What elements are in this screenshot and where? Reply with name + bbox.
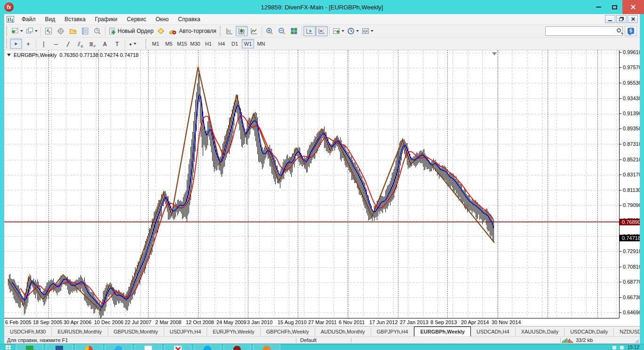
toolbar-grip[interactable] — [6, 39, 8, 48]
price-plot[interactable] — [4, 50, 620, 318]
menu-item[interactable]: Окно — [151, 14, 174, 24]
status-profile[interactable]: Default — [296, 337, 351, 343]
symbol-period-text: EURGBPh,Weekly — [14, 52, 57, 58]
menu-item[interactable]: Сервис — [122, 14, 151, 24]
search-input[interactable] — [547, 27, 613, 35]
market-watch-button[interactable] — [42, 26, 55, 36]
zoom-in-button[interactable] — [263, 26, 276, 36]
chart-window-icon[interactable] — [7, 16, 14, 23]
app-green-taskbar-icon[interactable] — [16, 344, 43, 350]
chart-tab[interactable]: USDJPYh,H4 — [164, 327, 207, 336]
terminal-button[interactable] — [79, 26, 91, 36]
tile-windows-button[interactable] — [288, 26, 300, 36]
app-darkred-icon — [233, 346, 241, 350]
chart-window[interactable]: EURGBPh,Weekly 0.76350 0.77138 0.74274 0… — [4, 50, 640, 326]
chart-tab[interactable]: USDCADh,H4 — [471, 327, 516, 336]
minimize-button[interactable] — [590, 0, 606, 14]
mdi-restore-button[interactable] — [616, 15, 627, 23]
fibonacci-tool-button[interactable]: ≣F — [87, 39, 99, 49]
vertical-line-tool-button[interactable]: | — [38, 39, 50, 49]
chart-tab[interactable]: GBPUSDh,Monthly — [108, 327, 164, 336]
date-tick-label: 3 Jan 2010 — [247, 319, 272, 325]
equidistant-channel-tool-button[interactable]: ⫽E — [74, 39, 87, 49]
chart-tab[interactable]: EURGBPh,Weekly — [414, 326, 471, 336]
data-window-button[interactable] — [55, 26, 67, 36]
autotrading-button[interactable]: Авто-торговля — [167, 26, 217, 36]
candlestick-chart-button[interactable] — [236, 26, 248, 36]
metaeditor-button[interactable] — [155, 26, 167, 36]
traffic-counter: 33/2 kb — [576, 337, 612, 343]
strategy-tester-button[interactable] — [91, 26, 103, 36]
chart-tab[interactable]: GBPJPYh,H4 — [371, 327, 414, 336]
tray-icon[interactable] — [612, 346, 616, 350]
periods-button[interactable] — [346, 26, 360, 36]
toolbar-grip[interactable] — [220, 26, 222, 36]
crosshair-tool-button[interactable]: + — [22, 39, 34, 49]
timeframe-m1-button[interactable]: M1 — [150, 39, 162, 48]
mdi-minimize-button[interactable] — [605, 15, 615, 23]
timeframe-mn-button[interactable]: MN — [255, 39, 267, 48]
timeframe-m15-button[interactable]: M15 — [176, 39, 188, 48]
toolbar-grip[interactable] — [6, 26, 8, 36]
chart-tab[interactable]: AUDUSDh,Monthly — [315, 327, 371, 336]
zoom-out-button[interactable] — [276, 26, 288, 36]
start-button[interactable] — [0, 344, 16, 350]
tray-icon[interactable] — [620, 346, 624, 350]
maximize-button[interactable] — [606, 0, 622, 14]
mdi-close-button[interactable] — [628, 15, 638, 23]
app-blue-taskbar-icon[interactable] — [46, 344, 73, 350]
auto-scroll-button[interactable] — [303, 26, 316, 36]
timeframe-d1-button[interactable]: D1 — [229, 39, 241, 48]
app-orange-taskbar-icon[interactable] — [253, 344, 280, 350]
timeframe-w1-button[interactable]: W1 — [242, 39, 254, 48]
timeframe-h4-button[interactable]: H4 — [215, 39, 228, 48]
time-axis[interactable]: 6 Feb 200518 Sep 200530 Apr 200610 Dec 2… — [4, 318, 619, 326]
app-skyblue-taskbar-icon[interactable] — [194, 344, 221, 350]
navigator-button[interactable] — [67, 26, 79, 36]
new-chart-button[interactable] — [10, 26, 24, 36]
timeframe-h1-button[interactable]: H1 — [202, 39, 215, 48]
new-order-button[interactable]: Новый Ордер — [107, 26, 155, 36]
menu-item[interactable]: Вставка — [60, 14, 90, 24]
chart-tab[interactable]: EURJPYh,Weekly — [207, 327, 260, 336]
app-lightblue-taskbar-icon[interactable] — [105, 344, 132, 350]
browser-chrome-taskbar-icon[interactable] — [75, 344, 103, 350]
collapse-triangle-icon[interactable] — [7, 54, 11, 56]
line-chart-button[interactable] — [248, 26, 260, 36]
taskbar-clock[interactable]: 15:12 — [628, 345, 639, 350]
app-red-cross-taskbar-icon[interactable] — [164, 344, 191, 350]
app-white-taskbar-icon[interactable] — [135, 344, 162, 350]
chart-tab[interactable]: XAUUSDh,Daily — [516, 327, 564, 336]
price-axis[interactable]: 0.996100.975700.955300.934300.913900.893… — [619, 50, 640, 318]
menu-item[interactable]: Файл — [17, 14, 40, 24]
timeframe-m30-button[interactable]: M30 — [189, 39, 201, 48]
chart-tab[interactable]: GBPCHFh,Weekly — [261, 327, 315, 336]
indicators-button[interactable] — [331, 26, 346, 36]
chart-shift-button[interactable] — [316, 26, 328, 36]
horizontal-line-tool-button[interactable]: — — [50, 39, 62, 49]
chart-tab[interactable]: USDCADh,Daily — [564, 327, 614, 336]
chart-tab[interactable]: NZDUSDh,H4 — [614, 327, 640, 336]
menu-item[interactable]: Графики — [90, 14, 122, 24]
menu-item[interactable]: Справка — [174, 14, 205, 24]
resize-grip[interactable] — [632, 337, 640, 344]
cursor-tool-button[interactable]: ➤ — [10, 39, 22, 49]
notifications-button[interactable]: 5 — [625, 26, 637, 36]
chart-symbol-label[interactable]: EURGBPh,Weekly 0.76350 0.77138 0.74274 0… — [7, 52, 139, 58]
menu-item[interactable]: Вид — [40, 14, 60, 24]
arrows-tool-button[interactable]: ✦ — [127, 39, 139, 49]
price-tick-label: 0.85210 — [620, 157, 640, 163]
app-darkred-taskbar-icon[interactable] — [223, 344, 251, 350]
toolbar-grip[interactable] — [145, 39, 148, 48]
chart-tab[interactable]: USDCHFh,M30 — [4, 327, 52, 336]
text-label-tool-button[interactable]: T — [111, 39, 123, 49]
timeframe-m5-button[interactable]: M5 — [163, 39, 175, 48]
templates-button[interactable] — [360, 26, 375, 36]
close-button[interactable] — [622, 0, 644, 14]
chart-tab[interactable]: EURUSDh,Monthly — [52, 327, 108, 336]
trendline-tool-button[interactable]: ∕ — [62, 39, 74, 49]
search-icon[interactable] — [617, 28, 621, 32]
bar-chart-button[interactable] — [223, 26, 236, 36]
profiles-button[interactable] — [24, 26, 39, 36]
text-tool-button[interactable]: A — [99, 39, 111, 49]
